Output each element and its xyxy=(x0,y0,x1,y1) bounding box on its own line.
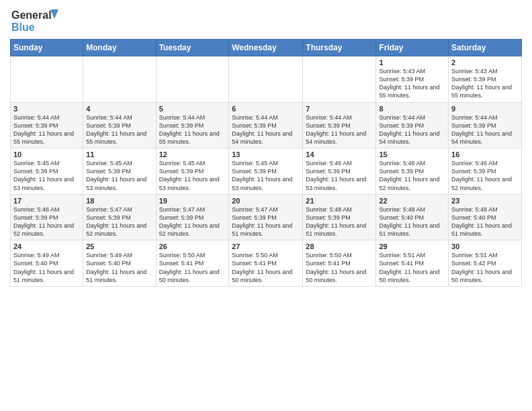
day-number: 17 xyxy=(13,197,80,205)
calendar-header-row: SundayMondayTuesdayWednesdayThursdayFrid… xyxy=(11,40,522,56)
day-info: Sunrise: 5:47 AM Sunset: 5:39 PM Dayligh… xyxy=(86,205,152,238)
calendar-cell: 22Sunrise: 5:48 AM Sunset: 5:40 PM Dayli… xyxy=(376,194,449,240)
day-number: 19 xyxy=(159,197,226,205)
day-info: Sunrise: 5:43 AM Sunset: 5:39 PM Dayligh… xyxy=(379,67,445,100)
calendar-cell xyxy=(156,56,229,103)
calendar-cell: 30Sunrise: 5:51 AM Sunset: 5:42 PM Dayli… xyxy=(449,240,522,287)
day-number: 22 xyxy=(379,197,445,205)
weekday-header-monday: Monday xyxy=(83,40,156,56)
calendar-cell: 29Sunrise: 5:51 AM Sunset: 5:41 PM Dayli… xyxy=(376,240,449,287)
calendar-cell: 15Sunrise: 5:46 AM Sunset: 5:39 PM Dayli… xyxy=(376,148,449,195)
calendar-cell: 13Sunrise: 5:45 AM Sunset: 5:39 PM Dayli… xyxy=(229,148,303,195)
calendar-cell: 14Sunrise: 5:46 AM Sunset: 5:39 PM Dayli… xyxy=(303,148,376,195)
day-number: 27 xyxy=(232,242,300,250)
calendar-cell: 26Sunrise: 5:50 AM Sunset: 5:41 PM Dayli… xyxy=(156,240,229,287)
day-info: Sunrise: 5:45 AM Sunset: 5:39 PM Dayligh… xyxy=(13,159,80,192)
calendar-week-1: 1Sunrise: 5:43 AM Sunset: 5:39 PM Daylig… xyxy=(11,56,522,103)
day-number: 3 xyxy=(13,105,80,113)
day-info: Sunrise: 5:45 AM Sunset: 5:39 PM Dayligh… xyxy=(232,159,300,192)
calendar-cell: 24Sunrise: 5:49 AM Sunset: 5:40 PM Dayli… xyxy=(11,240,83,287)
calendar-cell: 9Sunrise: 5:44 AM Sunset: 5:39 PM Daylig… xyxy=(449,102,522,148)
day-info: Sunrise: 5:49 AM Sunset: 5:40 PM Dayligh… xyxy=(13,251,80,284)
day-number: 1 xyxy=(379,58,445,66)
logo-icon: GeneralBlue xyxy=(10,7,64,34)
calendar-cell: 4Sunrise: 5:44 AM Sunset: 5:39 PM Daylig… xyxy=(83,102,156,148)
day-info: Sunrise: 5:44 AM Sunset: 5:39 PM Dayligh… xyxy=(451,113,519,146)
day-info: Sunrise: 5:46 AM Sunset: 5:39 PM Dayligh… xyxy=(379,159,445,192)
day-info: Sunrise: 5:45 AM Sunset: 5:39 PM Dayligh… xyxy=(86,159,152,192)
calendar-table: SundayMondayTuesdayWednesdayThursdayFrid… xyxy=(10,39,522,287)
day-info: Sunrise: 5:50 AM Sunset: 5:41 PM Dayligh… xyxy=(159,251,226,284)
calendar-cell xyxy=(229,56,303,103)
day-number: 23 xyxy=(451,197,519,205)
day-number: 2 xyxy=(451,58,519,66)
svg-text:General: General xyxy=(11,9,52,21)
calendar-cell: 5Sunrise: 5:44 AM Sunset: 5:39 PM Daylig… xyxy=(156,102,229,148)
day-number: 20 xyxy=(232,197,300,205)
day-number: 12 xyxy=(159,150,226,158)
calendar-week-3: 10Sunrise: 5:45 AM Sunset: 5:39 PM Dayli… xyxy=(11,148,522,195)
day-info: Sunrise: 5:44 AM Sunset: 5:39 PM Dayligh… xyxy=(13,113,80,146)
calendar-cell: 6Sunrise: 5:44 AM Sunset: 5:39 PM Daylig… xyxy=(229,102,303,148)
calendar-cell xyxy=(11,56,83,103)
calendar-cell: 17Sunrise: 5:46 AM Sunset: 5:39 PM Dayli… xyxy=(11,194,83,240)
day-info: Sunrise: 5:47 AM Sunset: 5:39 PM Dayligh… xyxy=(159,205,226,238)
day-number: 9 xyxy=(451,105,519,113)
day-number: 6 xyxy=(232,105,300,113)
day-info: Sunrise: 5:46 AM Sunset: 5:39 PM Dayligh… xyxy=(451,159,519,192)
day-number: 11 xyxy=(86,150,152,158)
day-number: 5 xyxy=(159,105,226,113)
day-info: Sunrise: 5:46 AM Sunset: 5:39 PM Dayligh… xyxy=(306,159,373,192)
day-info: Sunrise: 5:48 AM Sunset: 5:40 PM Dayligh… xyxy=(379,205,445,238)
day-number: 28 xyxy=(306,242,373,250)
day-info: Sunrise: 5:44 AM Sunset: 5:39 PM Dayligh… xyxy=(379,113,445,146)
day-number: 8 xyxy=(379,105,445,113)
calendar-week-4: 17Sunrise: 5:46 AM Sunset: 5:39 PM Dayli… xyxy=(11,194,522,240)
day-number: 14 xyxy=(306,150,373,158)
svg-marker-2 xyxy=(50,9,58,19)
day-info: Sunrise: 5:43 AM Sunset: 5:39 PM Dayligh… xyxy=(451,67,519,100)
day-info: Sunrise: 5:44 AM Sunset: 5:39 PM Dayligh… xyxy=(86,113,152,146)
day-info: Sunrise: 5:44 AM Sunset: 5:39 PM Dayligh… xyxy=(232,113,300,146)
calendar-cell: 16Sunrise: 5:46 AM Sunset: 5:39 PM Dayli… xyxy=(449,148,522,195)
calendar-cell: 19Sunrise: 5:47 AM Sunset: 5:39 PM Dayli… xyxy=(156,194,229,240)
day-info: Sunrise: 5:48 AM Sunset: 5:39 PM Dayligh… xyxy=(306,205,373,238)
day-number: 30 xyxy=(451,242,519,250)
weekday-header-sunday: Sunday xyxy=(11,40,83,56)
day-info: Sunrise: 5:45 AM Sunset: 5:39 PM Dayligh… xyxy=(159,159,226,192)
weekday-header-saturday: Saturday xyxy=(449,40,522,56)
weekday-header-thursday: Thursday xyxy=(303,40,376,56)
day-number: 21 xyxy=(306,197,373,205)
calendar-cell xyxy=(83,56,156,103)
day-info: Sunrise: 5:51 AM Sunset: 5:41 PM Dayligh… xyxy=(379,251,445,284)
calendar-cell: 25Sunrise: 5:49 AM Sunset: 5:40 PM Dayli… xyxy=(83,240,156,287)
weekday-header-wednesday: Wednesday xyxy=(229,40,303,56)
header: GeneralBlue xyxy=(10,7,522,34)
calendar-cell: 2Sunrise: 5:43 AM Sunset: 5:39 PM Daylig… xyxy=(449,56,522,103)
calendar-cell: 18Sunrise: 5:47 AM Sunset: 5:39 PM Dayli… xyxy=(83,194,156,240)
calendar-cell: 21Sunrise: 5:48 AM Sunset: 5:39 PM Dayli… xyxy=(303,194,376,240)
day-info: Sunrise: 5:46 AM Sunset: 5:39 PM Dayligh… xyxy=(13,205,80,238)
calendar-cell: 3Sunrise: 5:44 AM Sunset: 5:39 PM Daylig… xyxy=(11,102,83,148)
calendar-cell: 8Sunrise: 5:44 AM Sunset: 5:39 PM Daylig… xyxy=(376,102,449,148)
calendar-cell: 11Sunrise: 5:45 AM Sunset: 5:39 PM Dayli… xyxy=(83,148,156,195)
weekday-header-tuesday: Tuesday xyxy=(156,40,229,56)
day-number: 24 xyxy=(13,242,80,250)
logo: GeneralBlue xyxy=(10,7,64,34)
day-info: Sunrise: 5:51 AM Sunset: 5:42 PM Dayligh… xyxy=(451,251,519,284)
calendar-cell: 7Sunrise: 5:44 AM Sunset: 5:39 PM Daylig… xyxy=(303,102,376,148)
day-info: Sunrise: 5:50 AM Sunset: 5:41 PM Dayligh… xyxy=(306,251,373,284)
calendar-cell: 23Sunrise: 5:48 AM Sunset: 5:40 PM Dayli… xyxy=(449,194,522,240)
day-info: Sunrise: 5:44 AM Sunset: 5:39 PM Dayligh… xyxy=(159,113,226,146)
day-info: Sunrise: 5:47 AM Sunset: 5:39 PM Dayligh… xyxy=(232,205,300,238)
day-info: Sunrise: 5:48 AM Sunset: 5:40 PM Dayligh… xyxy=(451,205,519,238)
weekday-header-friday: Friday xyxy=(376,40,449,56)
day-info: Sunrise: 5:49 AM Sunset: 5:40 PM Dayligh… xyxy=(86,251,152,284)
page: GeneralBlue SundayMondayTuesdayWednesday… xyxy=(0,0,532,411)
calendar-cell: 12Sunrise: 5:45 AM Sunset: 5:39 PM Dayli… xyxy=(156,148,229,195)
calendar-cell: 28Sunrise: 5:50 AM Sunset: 5:41 PM Dayli… xyxy=(303,240,376,287)
day-number: 4 xyxy=(86,105,152,113)
day-info: Sunrise: 5:50 AM Sunset: 5:41 PM Dayligh… xyxy=(232,251,300,284)
calendar-cell xyxy=(303,56,376,103)
calendar-cell: 10Sunrise: 5:45 AM Sunset: 5:39 PM Dayli… xyxy=(11,148,83,195)
